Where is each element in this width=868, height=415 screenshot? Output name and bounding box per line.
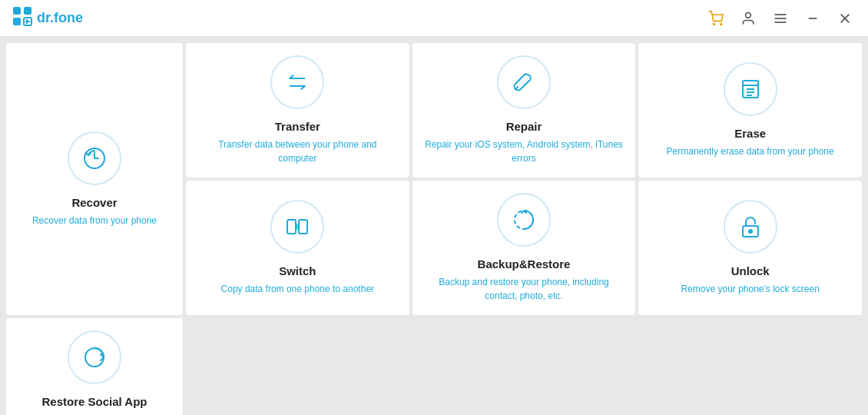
svg-point-6 (714, 23, 715, 25)
backup-title: Backup&Restore (478, 257, 571, 271)
recover-icon-circle (68, 131, 121, 185)
repair-icon-circle (497, 55, 551, 109)
card-repair[interactable]: Repair Repair your iOS system, Android s… (412, 43, 636, 178)
restore-title: Restore Social App (42, 395, 147, 408)
header-actions (705, 8, 856, 29)
repair-title: Repair (506, 120, 542, 133)
logo: dr.fone (12, 6, 83, 31)
repair-desc: Repair your iOS system, Android system, … (425, 138, 624, 165)
recover-desc: Recover data from your phone (32, 214, 157, 227)
erase-desc: Permanently erase data from your phone (667, 144, 834, 158)
svg-point-29 (749, 230, 752, 233)
menu-button[interactable] (770, 8, 791, 29)
switch-icon-circle (270, 200, 324, 254)
restore-icon-circle (68, 330, 121, 384)
card-backup[interactable]: Backup&Restore Backup and restore your p… (412, 181, 636, 315)
switch-title: Switch (279, 264, 316, 277)
svg-point-7 (721, 23, 722, 25)
close-button[interactable] (834, 8, 856, 29)
card-erase[interactable]: Erase Permanently erase data from your p… (638, 43, 862, 178)
backup-desc: Backup and restore your phone, including… (425, 275, 624, 303)
user-button[interactable] (737, 8, 759, 29)
minimize-button[interactable] (802, 8, 823, 29)
transfer-desc: Transfer data between your phone and com… (198, 138, 397, 165)
transfer-title: Transfer (275, 120, 320, 133)
card-recover[interactable]: Recover Recover data from your phone (6, 43, 183, 315)
card-transfer[interactable]: Transfer Transfer data between your phon… (186, 43, 409, 178)
unlock-icon-circle (724, 200, 777, 254)
svg-rect-0 (13, 7, 21, 15)
feature-grid: Recover Recover data from your phone Tra… (0, 37, 868, 415)
unlock-desc: Remove your phone's lock screen (681, 282, 819, 296)
svg-rect-25 (299, 220, 307, 234)
card-restore[interactable]: Restore Social App Backup&Restore your W… (6, 318, 183, 415)
unlock-title: Unlock (731, 264, 770, 277)
logo-label: dr.fone (37, 10, 83, 26)
cart-button[interactable] (705, 8, 727, 29)
main-content: Recover Recover data from your phone Tra… (0, 37, 868, 415)
erase-icon-circle (724, 62, 777, 116)
transfer-icon-circle (270, 55, 324, 109)
svg-rect-2 (13, 18, 21, 25)
erase-title: Erase (734, 127, 766, 140)
svg-point-8 (746, 12, 751, 18)
switch-desc: Copy data from one phone to another (221, 282, 374, 296)
logo-icon (12, 6, 32, 31)
recover-title: Recover (71, 196, 117, 209)
svg-rect-24 (287, 220, 296, 234)
svg-rect-1 (24, 7, 31, 15)
backup-icon-circle (497, 193, 551, 247)
card-unlock[interactable]: Unlock Remove your phone's lock screen (638, 181, 862, 315)
header: dr.fone (0, 0, 868, 37)
svg-line-18 (515, 87, 518, 89)
app-window: dr.fone (0, 0, 868, 415)
card-switch[interactable]: Switch Copy data from one phone to anoth… (186, 181, 409, 315)
